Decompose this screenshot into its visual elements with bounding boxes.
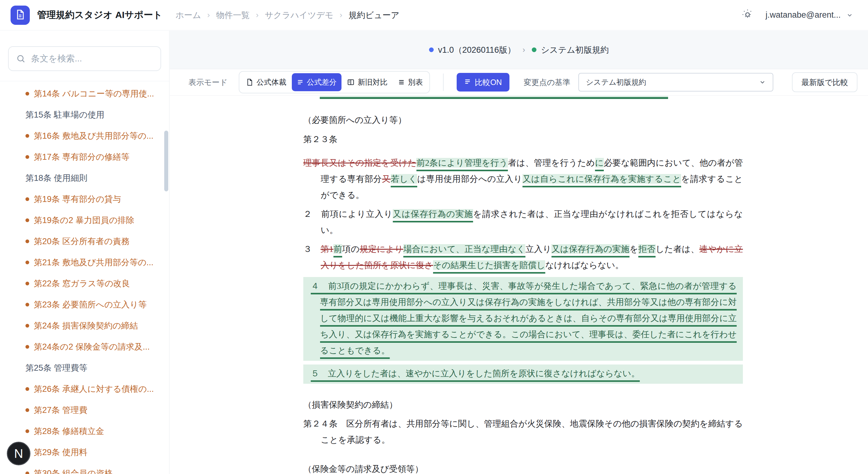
text-run: なければならない。 [545, 260, 624, 270]
mode-label: 新旧対比 [358, 77, 388, 87]
sidebar-item[interactable]: 第27条 管理費 [0, 400, 169, 421]
mode-公式差分[interactable]: 公式差分 [292, 73, 341, 91]
compare-latest-button[interactable]: 最新版で比較 [792, 72, 858, 92]
sidebar-item-label: 第24条 損害保険契約の締結 [34, 320, 138, 331]
sidebar-item-label: 第20条 区分所有者の責務 [34, 236, 129, 247]
sidebar-item[interactable]: 第21条 敷地及び共用部分等の... [0, 252, 169, 273]
truncated-insert-line [320, 96, 668, 99]
sidebar-item[interactable]: 第14条 バルコニー等の専用使... [0, 83, 169, 104]
sidebar-item[interactable]: 第23条 必要箇所への立入り等 [0, 294, 169, 315]
sidebar-item[interactable]: 第25条 管理費等 [0, 358, 169, 378]
changed-dot [26, 218, 29, 222]
baseline-label: 変更点の基準 [524, 77, 570, 88]
sidebar-item[interactable]: 第15条 駐車場の使用 [0, 104, 169, 125]
version-dot [429, 47, 434, 52]
sidebar-item-label: 第29条 使用料 [34, 447, 88, 458]
changed-dot [26, 239, 29, 243]
changed-dot [26, 134, 29, 138]
diff-lines-icon [464, 78, 471, 87]
display-mode-label: 表示モード [188, 77, 227, 88]
base-version-text: システム初版規約 [541, 44, 609, 56]
mode-新旧対比[interactable]: 新旧対比 [342, 73, 393, 91]
sidebar-item[interactable]: 第19条の2 暴力団員の排除 [0, 210, 169, 231]
user-menu[interactable]: j.watanabe@arent... [766, 10, 853, 20]
baseline-selected-value: システム初版規約 [586, 77, 646, 87]
compare-toggle-button[interactable]: 比較ON [457, 73, 509, 92]
columns-icon [347, 78, 354, 86]
inserted-run: 又は保存行為の実施 [393, 209, 473, 219]
search-icon [16, 54, 26, 63]
display-mode-group: 公式体裁公式差分新旧対比別表 [239, 71, 430, 93]
inserted-run: 前 [333, 244, 342, 254]
text-run: を [629, 244, 638, 254]
mode-label: 公式体裁 [256, 77, 286, 87]
base-version-label[interactable]: システム初版規約 [532, 44, 609, 56]
text-run: 第２３条 [303, 134, 337, 144]
sidebar-item[interactable]: 第17条 専有部分の修繕等 [0, 146, 169, 168]
version-label[interactable]: v1.0（20260116版） [429, 44, 516, 56]
mode-別表[interactable]: 別表 [393, 73, 428, 91]
sidebar-item[interactable]: 第22条 窓ガラス等の改良 [0, 273, 169, 294]
breadcrumb-item[interactable]: サクラハイツデモ [265, 10, 333, 21]
sidebar-item-label: 第26条 承継人に対する債権の... [34, 383, 154, 395]
chevron-down-icon [759, 79, 766, 86]
doc-para: ２ 前項により立入り又は保存行為の実施を請求された者は、正当な理由がなければこれ… [303, 206, 743, 238]
sidebar-item[interactable]: 第26条 承継人に対する債権の... [0, 378, 169, 400]
article-sidebar: 第14条 バルコニー等の専用使...第15条 駐車場の使用第16条 敷地及び共用… [0, 31, 169, 474]
text-run: した者は、 [656, 244, 700, 254]
sun-icon [742, 9, 753, 22]
sidebar-item-label: 第17条 専有部分の修繕等 [34, 151, 129, 163]
doc-article: 第２３条 [303, 131, 743, 147]
changed-dot [26, 155, 29, 159]
sidebar-item-label: 第27条 管理費 [34, 405, 88, 416]
deleted-run: 第1 [321, 244, 334, 254]
sidebar-item[interactable]: 第20条 区分所有者の責務 [0, 231, 169, 252]
changed-dot [26, 408, 29, 412]
breadcrumb-separator: › [340, 10, 342, 20]
article-list: 第14条 バルコニー等の専用使...第15条 駐車場の使用第16条 敷地及び共用… [0, 81, 169, 474]
inserted-run: ５ 立入りをした者は、速やかに立入りをした箇所を原状に復さなければならない。 [311, 369, 640, 378]
deleted-run: 規定により [360, 244, 403, 254]
doc-para: 第２４条 区分所有者は、共用部分等に関し、管理組合が火災保険、地震保険その他の損… [303, 416, 743, 448]
inserted-run: 又は保存行為の実施 [551, 244, 629, 254]
sidebar-item-label: 第22条 窓ガラス等の改良 [34, 278, 130, 289]
sidebar-item[interactable]: 第16条 敷地及び共用部分等の... [0, 125, 169, 146]
sidebar-scrollbar[interactable] [164, 131, 168, 192]
inserted-run: 又は自らこれに保存行為を実施すること [523, 174, 681, 184]
breadcrumb-separator: › [207, 10, 210, 20]
sidebar-item-label: 第25条 管理費等 [26, 362, 88, 373]
chevron-down-icon [846, 12, 853, 19]
version-bar: v1.0（20260116版） › システム初版規約 [170, 31, 868, 69]
breadcrumb-item[interactable]: 物件一覧 [216, 10, 250, 21]
sidebar-item[interactable]: 第30条 組合員の資格 [0, 463, 169, 474]
sidebar-item[interactable]: 第19条 専有部分の貸与 [0, 189, 169, 210]
diff-lines-icon [297, 79, 304, 86]
sidebar-item-label: 第23条 必要箇所への立入り等 [34, 299, 147, 310]
sidebar-item-label: 第19条の2 暴力団員の排除 [34, 215, 134, 226]
version-separator: › [523, 45, 525, 54]
sidebar-item[interactable]: 第18条 使用細則 [0, 168, 169, 189]
theme-toggle-button[interactable] [741, 8, 754, 22]
sidebar-item[interactable]: 第24条 損害保険契約の締結 [0, 315, 169, 336]
text-run: は専用使用部分への立入り [417, 174, 523, 184]
compare-toggle-label: 比較ON [475, 77, 502, 88]
search-input[interactable] [31, 54, 153, 64]
doc-heading: （保険金等の請求及び受領等） [303, 461, 743, 474]
baseline-select[interactable]: システム初版規約 [578, 73, 773, 92]
sidebar-item[interactable]: 第28条 修繕積立金 [0, 421, 169, 442]
changed-dot [26, 92, 29, 96]
document-logo-icon [15, 9, 26, 21]
deleted-run: 又 [382, 174, 391, 184]
toolbar-divider [443, 73, 444, 91]
inserted-run: ４ 前3項の規定にかかわらず、理事長は、災害、事故等が発生した場合であって、緊急… [311, 281, 737, 355]
doc-heading: （必要箇所への立入り等） [303, 112, 743, 128]
sidebar-item-label: 第15条 駐車場の使用 [26, 109, 104, 121]
changed-dot [26, 261, 29, 264]
user-email: j.watanabe@arent... [766, 10, 841, 20]
breadcrumb-item[interactable]: ホーム [176, 10, 201, 21]
text-run: 項の [342, 244, 360, 254]
text-run: ３ [303, 244, 321, 254]
mode-公式体裁[interactable]: 公式体裁 [241, 73, 291, 91]
dev-badge[interactable]: N [7, 442, 30, 465]
sidebar-item[interactable]: 第24条の2 保険金等の請求及... [0, 336, 169, 358]
